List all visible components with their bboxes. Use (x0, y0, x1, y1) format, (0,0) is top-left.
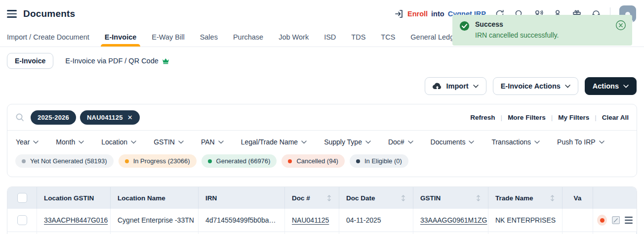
toast-title: Success (475, 20, 559, 28)
search-icon[interactable] (15, 113, 24, 122)
tab-tcs[interactable]: TCS (381, 28, 395, 47)
sort-icon[interactable] (550, 194, 555, 202)
tab-e-way-bill[interactable]: E-Way Bill (152, 28, 184, 47)
transactions-dropdown[interactable]: Transactions (491, 138, 540, 146)
gstin-link[interactable]: 33AAAGG0961M1ZG (420, 216, 487, 224)
cell-text: 04-11-2025 (346, 216, 381, 224)
legal-trade-name-dropdown[interactable]: Legal/Trade Name (241, 138, 307, 146)
tab-tds[interactable]: TDS (351, 28, 365, 47)
row-menu-icon[interactable] (625, 217, 633, 224)
filter-chip-doc[interactable]: NAU041125 ✕ (80, 110, 140, 125)
status-badge-yet-not-generated[interactable]: Yet Not Generated (58193) (15, 154, 114, 168)
badge-label: Yet Not Generated (58193) (30, 157, 107, 165)
toast-close-icon[interactable] (615, 20, 626, 31)
clear-all-link[interactable]: Clear All (602, 114, 629, 121)
tab-label: TCS (381, 33, 395, 41)
actions-button-label: Actions (593, 82, 619, 90)
chip-label: NAU041125 (87, 114, 123, 121)
pan-dropdown[interactable]: PAN (201, 138, 224, 146)
year-dropdown[interactable]: Year (16, 138, 39, 146)
cell-va (563, 209, 593, 232)
column-label: GSTIN (420, 194, 441, 202)
chevron-down-icon (473, 85, 479, 88)
cloud-upload-icon (433, 83, 442, 90)
filter-dropdown-row: Year Month Location GSTIN PAN Legal/Trad… (7, 131, 637, 153)
status-badge-generated[interactable]: Generated (66976) (201, 154, 277, 168)
hamburger-menu-icon[interactable] (7, 10, 17, 17)
cell-doc-date: 04-11-2025 (339, 209, 413, 232)
e-invoice-actions-label: E-Invoice Actions (501, 82, 561, 90)
cell-irn: 4d714559499f5b0ba3f... (199, 209, 285, 232)
status-badge-in-progress[interactable]: In Progress (23066) (119, 154, 197, 168)
doc-number-link[interactable]: NAU041125 (292, 216, 329, 224)
enroll-word-2: into (431, 10, 444, 18)
refresh-link[interactable]: Refresh (470, 114, 495, 121)
cell-text: 4d714559499f5b0ba3f... (205, 216, 278, 224)
chevron-down-icon (79, 140, 84, 144)
location-gstin-link[interactable]: 33AACPH8447G016 (44, 216, 108, 224)
my-filters-link[interactable]: My Filters (558, 114, 589, 121)
location-dropdown[interactable]: Location (101, 138, 136, 146)
status-badges-row: Yet Not Generated (58193) In Progress (2… (7, 153, 637, 177)
subtab-pdf-qr-link[interactable]: E-Invoice via PDF / QR Code (65, 57, 169, 65)
column-header-gstin: GSTIN (413, 187, 488, 209)
filter-chips-row: 2025-2026 NAU041125 ✕ Refresh | More Fil… (7, 104, 637, 130)
cell-location-name: Cygnet Enterprise -33TN (111, 209, 199, 232)
sort-icon[interactable] (476, 194, 481, 202)
dropdown-label: Documents (431, 138, 466, 146)
sort-icon[interactable] (326, 194, 332, 202)
more-filters-link[interactable]: More Filters (508, 114, 546, 121)
subtab-label: E-Invoice via PDF / QR Code (65, 57, 159, 65)
status-dot (208, 159, 212, 163)
success-check-icon (459, 21, 470, 31)
import-button[interactable]: Import (425, 77, 486, 95)
actions-button[interactable]: Actions (585, 77, 637, 95)
badge-label: Cancelled (94) (296, 157, 338, 165)
select-all-checkbox[interactable] (17, 193, 27, 203)
badge-label: Generated (66976) (216, 157, 271, 165)
status-badge-in-eligible[interactable]: In Eligible (0) (350, 154, 408, 168)
chevron-down-icon (178, 140, 184, 144)
status-badge-cancelled[interactable]: Cancelled (94) (282, 154, 345, 168)
dropdown-label: Push To IRP (557, 138, 596, 146)
sort-icon[interactable] (401, 194, 406, 202)
e-invoice-actions-button[interactable]: E-Invoice Actions (493, 77, 578, 95)
chevron-down-icon (599, 140, 604, 144)
enroll-icon (394, 9, 404, 19)
edit-icon[interactable] (612, 216, 620, 225)
filter-chip-year[interactable]: 2025-2026 (31, 110, 76, 125)
documents-dropdown[interactable]: Documents (431, 138, 475, 146)
chevron-down-icon (408, 140, 413, 144)
doc-number-dropdown[interactable]: Doc# (388, 138, 413, 146)
tab-label: Purchase (233, 33, 263, 41)
dropdown-label: Location (101, 138, 127, 146)
gstin-dropdown[interactable]: GSTIN (154, 138, 184, 146)
tab-label: E-Way Bill (152, 33, 184, 41)
month-dropdown[interactable]: Month (56, 138, 84, 146)
push-to-irp-dropdown[interactable]: Push To IRP (557, 138, 604, 146)
tab-job-work[interactable]: Job Work (279, 28, 309, 47)
column-header-doc-number: Doc # (285, 187, 339, 209)
tab-e-invoice[interactable]: E-Invoice (105, 28, 136, 47)
row-checkbox[interactable] (17, 215, 27, 225)
app-window: Documents Enroll into Cygnet IRP (0, 0, 644, 234)
tab-purchase[interactable]: Purchase (233, 28, 263, 47)
column-header-trade-name: Trade Name (488, 187, 563, 209)
import-button-label: Import (446, 82, 469, 90)
separator: | (551, 114, 553, 121)
dropdown-label: Supply Type (324, 138, 362, 146)
table-row[interactable]: 33AACPH8447G016 Cygnet Enterprise -33TN … (7, 209, 637, 232)
separator: | (501, 114, 503, 121)
tab-import-create-document[interactable]: Import / Create Document (7, 28, 89, 47)
supply-type-dropdown[interactable]: Supply Type (324, 138, 371, 146)
dropdown-label: PAN (201, 138, 215, 146)
tab-sales[interactable]: Sales (200, 28, 218, 47)
dropdown-label: Transactions (491, 138, 531, 146)
cell-gstin: 33AAAGG0961M1ZG (413, 209, 488, 232)
tab-label: TDS (351, 33, 365, 41)
row-status-dot-icon[interactable] (597, 215, 607, 226)
subtab-e-invoice-button[interactable]: E-Invoice (7, 53, 53, 69)
tab-isd[interactable]: ISD (324, 28, 336, 47)
status-dot (288, 159, 292, 163)
chip-close-icon[interactable]: ✕ (127, 114, 133, 121)
